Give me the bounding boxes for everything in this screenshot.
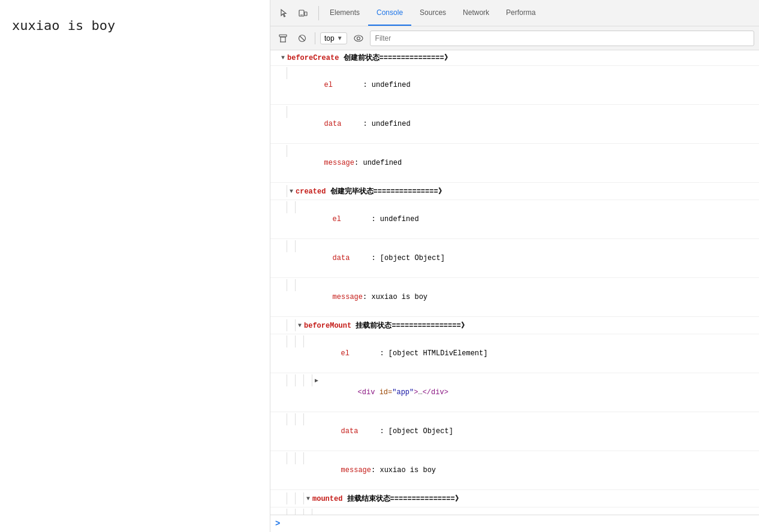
- indent-line: [287, 452, 296, 464]
- group-indent-3: [270, 492, 304, 504]
- indent-line: [296, 452, 304, 464]
- device-toggle-icon[interactable]: [294, 5, 311, 22]
- svg-rect-1: [305, 12, 307, 16]
- console-input[interactable]: [285, 519, 754, 528]
- indent-line: [287, 240, 296, 252]
- indent-line: [296, 492, 304, 504]
- clear-console-button[interactable]: [275, 31, 291, 46]
- indent-line: [287, 319, 296, 331]
- indent-line: [287, 374, 296, 386]
- indent-guide: [270, 335, 304, 347]
- indent-line: [296, 335, 304, 347]
- log-row-bm-expand: ▶ <div id="app">…</div>: [270, 373, 759, 412]
- devtools-panel: Elements Console Sources Network Perform…: [270, 0, 759, 532]
- svg-rect-3: [279, 35, 287, 37]
- indent-guide: [270, 240, 296, 252]
- tab-bar-divider: [318, 6, 319, 20]
- group-title-mounted: mounted 挂载结束状态===============》: [312, 494, 462, 504]
- log-row-cr-message: message: xuxiao is boy: [270, 278, 759, 317]
- context-value: top: [324, 34, 335, 43]
- indent-line: [287, 413, 296, 425]
- cursor-icon[interactable]: [275, 5, 292, 22]
- log-content-bm-expand: <div id="app">…</div>: [321, 374, 759, 410]
- tab-icon-group: [275, 5, 311, 22]
- indent-line: [296, 413, 304, 425]
- eye-icon[interactable]: [351, 31, 366, 46]
- group-indent-1: [270, 185, 287, 197]
- svg-point-10: [354, 35, 363, 41]
- indent-guide: [270, 452, 304, 464]
- log-content-cr-message: message: xuxiao is boy: [296, 279, 759, 315]
- indent-line: [304, 509, 312, 515]
- tab-console[interactable]: Console: [368, 0, 411, 26]
- expand-arrow-beforeCreate[interactable]: ▼: [279, 55, 287, 61]
- group-header-beforeCreate[interactable]: ▼ beforeCreate 创建前状态===============》: [270, 50, 759, 66]
- block-icon[interactable]: [294, 31, 310, 46]
- group-header-created[interactable]: ▼ created 创建完毕状态===============》: [270, 183, 759, 200]
- log-content-bc-el: el : undefined: [287, 67, 759, 103]
- group-title-beforeMount: beforeMount 挂载前状态================》: [304, 321, 468, 331]
- group-title-created: created 创建完毕状态===============》: [296, 186, 445, 197]
- console-toolbar: top ▼: [270, 26, 759, 50]
- indent-line: [279, 492, 287, 504]
- devtools-tab-bar: Elements Console Sources Network Perform…: [270, 0, 759, 26]
- log-row-bm-message: message: xuxiao is boy: [270, 451, 759, 490]
- log-row-mo-el: el : [object HTMLDivElement]: [270, 507, 759, 515]
- log-content-mo-el: el : [object HTMLDivElement]: [312, 509, 759, 515]
- filter-input[interactable]: [370, 31, 754, 46]
- log-content-bm-data: data : [object Object]: [304, 413, 759, 449]
- log-content-bc-message: message: undefined: [287, 145, 759, 181]
- log-content-cr-data: data : [object Object]: [296, 240, 759, 276]
- group-indent-2: [270, 319, 296, 331]
- console-prompt: >: [270, 515, 759, 532]
- tab-network[interactable]: Network: [454, 0, 498, 26]
- log-row-bc-el: el : undefined: [270, 66, 759, 105]
- prompt-symbol[interactable]: >: [275, 519, 280, 528]
- devtools-tabs: Elements Console Sources Network Perform…: [321, 0, 544, 26]
- indent-guide: [270, 413, 304, 425]
- indent-line: [279, 145, 287, 157]
- indent-line: [279, 509, 287, 515]
- log-content-bc-data: data : undefined: [287, 106, 759, 142]
- console-output: ▼ beforeCreate 创建前状态===============》 el …: [270, 50, 759, 515]
- log-content-bm-message: message: xuxiao is boy: [304, 452, 759, 488]
- indent-line: [279, 374, 287, 386]
- indent-line: [296, 374, 304, 386]
- log-row-cr-el: el : undefined: [270, 200, 759, 239]
- tab-performance[interactable]: Performa: [498, 0, 544, 26]
- indent-line: [279, 67, 287, 79]
- indent-guide: [270, 509, 312, 515]
- svg-line-9: [300, 36, 305, 41]
- indent-guide: [270, 201, 296, 213]
- indent-line: [287, 509, 296, 515]
- indent-line: [287, 201, 296, 213]
- indent-line: [304, 374, 312, 386]
- tab-sources[interactable]: Sources: [411, 0, 454, 26]
- indent-line: [296, 509, 304, 515]
- group-header-mounted[interactable]: ▼ mounted 挂载结束状态===============》: [270, 490, 759, 507]
- indent-line-1: [279, 185, 287, 197]
- log-row-bc-data: data : undefined: [270, 105, 759, 144]
- indent-guide: [270, 106, 287, 118]
- tab-elements[interactable]: Elements: [321, 0, 368, 26]
- log-content-bm-el: el : [object HTMLDivElement]: [304, 335, 759, 371]
- indent-line: [287, 492, 296, 504]
- log-content-cr-el: el : undefined: [296, 201, 759, 237]
- indent-line: [279, 452, 287, 464]
- indent-guide: [270, 374, 312, 386]
- group-header-beforeMount[interactable]: ▼ beforeMount 挂载前状态================》: [270, 317, 759, 334]
- indent-guide: [270, 279, 296, 291]
- tree-expand-icon[interactable]: ▶: [312, 374, 321, 384]
- page-main-text: xuxiao is boy: [12, 18, 258, 33]
- indent-line: [279, 106, 287, 118]
- log-row-cr-data: data : [object Object]: [270, 239, 759, 278]
- expand-arrow-mounted[interactable]: ▼: [304, 495, 312, 502]
- indent-line: [287, 335, 296, 347]
- indent-line: [279, 240, 287, 252]
- expand-arrow-created[interactable]: ▼: [287, 188, 296, 195]
- context-selector[interactable]: top ▼: [320, 32, 347, 44]
- indent-guide: [270, 145, 287, 157]
- log-row-bc-message: message: undefined: [270, 144, 759, 183]
- indent-line: [279, 413, 287, 425]
- expand-arrow-beforeMount[interactable]: ▼: [296, 322, 304, 329]
